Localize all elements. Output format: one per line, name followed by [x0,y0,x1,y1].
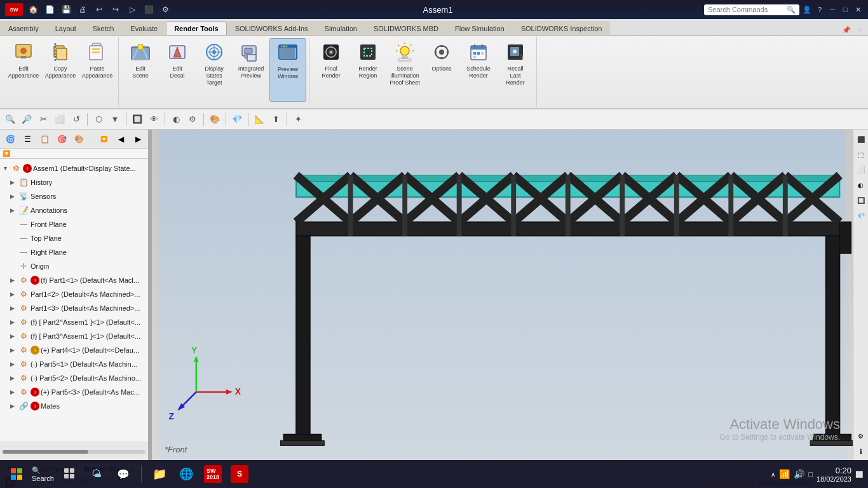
rotate-btn[interactable]: ↺ [69,112,84,127]
view-arrow-btn[interactable]: ▼ [107,112,123,127]
tab-layout[interactable]: Layout [47,21,85,35]
rs-settings-btn[interactable]: ⚙ [854,429,868,443]
collapse-btn[interactable]: ◀ [113,132,128,147]
tree-item-assem1[interactable]: ▼ ⚙ ! Assem1 (Default<Display State... [0,161,148,175]
schedule-render-btn[interactable]: ScheduleRender [460,38,497,102]
expand-arrow[interactable]: ▶ [10,207,18,214]
feature-tree[interactable]: ▼ ⚙ ! Assem1 (Default<Display State... ▶… [0,159,148,442]
edit-decal-btn[interactable]: EditDecal [159,38,196,102]
new-btn[interactable]: 📄 [43,4,56,15]
tree-item-origin[interactable]: ▶ ✛ Origin [0,259,148,273]
rs-display-btn[interactable]: 🔲 [854,193,868,207]
options-btn[interactable]: ⚙ [159,4,172,15]
rs-orientation-btn[interactable]: ⬛ [854,132,868,146]
tree-item-part4-1[interactable]: ▶ ⚙ ! (+) Part4<1> (Default<<Defau... [0,343,148,357]
ribbon-pin-btn[interactable]: 📌 [841,25,851,35]
redo-btn[interactable]: ↪ [109,4,122,15]
tree-item-part1-3[interactable]: ▶ ⚙ Part1<3> (Default<As Machined>... [0,301,148,315]
sidebar-appear-btn[interactable]: 🎨 [71,132,86,147]
paste-appearance-btn[interactable]: PasteAppearance [79,38,116,102]
user-icon[interactable]: 👤 [802,4,812,15]
tab-render-tools[interactable]: Render Tools [166,21,226,35]
task-view-btn[interactable] [58,463,81,485]
display-style-btn[interactable]: 🔲 [130,112,145,127]
tree-item-part5-3[interactable]: ▶ ⚙ ! (+) Part5<3> (Default<As Mac... [0,385,148,399]
expand-btn[interactable]: ▶ [130,132,146,147]
tree-item-part5-1[interactable]: ▶ ⚙ (-) Part5<1> (Default<As Machin... [0,357,148,371]
file-explorer-btn[interactable]: 📁 [148,463,171,485]
expand-arrow[interactable]: ▶ [10,375,18,381]
appearance-btn[interactable]: 🎨 [207,112,222,127]
close-btn[interactable]: ✕ [853,4,863,15]
expand-arrow[interactable]: ▶ [10,361,18,367]
expand-arrow[interactable]: ▶ [10,305,18,311]
tree-item-part2-assem1[interactable]: ▶ ⚙ (f) [ Part2^Assem1 ]<1> (Default<... [0,315,148,329]
tree-item-sensors[interactable]: ▶ 📡 Sensors [0,189,148,203]
tray-up-btn[interactable]: ∧ [771,471,775,478]
ribbon-minimize-btn[interactable]: ─ [829,25,839,35]
tree-item-annotations[interactable]: ▶ 📝 Annotations [0,203,148,217]
render-region-btn[interactable]: RenderRegion [349,38,386,102]
tree-item-history[interactable]: ▶ 📋 History [0,175,148,189]
volume-icon[interactable]: 🔊 [794,469,804,479]
expand-arrow[interactable]: ▼ [3,165,10,172]
preview-window-btn[interactable]: PreviewWindow [269,38,306,102]
expand-arrow[interactable]: ▶ [10,389,18,395]
rs-info-btn[interactable]: ℹ [854,444,868,458]
tab-assembly[interactable]: Assembly [0,21,47,35]
minimize-btn[interactable]: ─ [827,4,837,15]
save-btn[interactable]: 💾 [60,4,72,15]
tree-item-part5-2[interactable]: ▶ ⚙ (-) Part5<2> (Default<As Machino... [0,371,148,385]
tab-evaluate[interactable]: Evaluate [122,21,166,35]
integrated-preview-btn[interactable]: IntegratedPreview [233,38,269,102]
display-states-target-btn[interactable]: DisplayStatesTarget [196,38,233,102]
undo-btn[interactable]: ↩ [93,4,105,15]
expand-arrow[interactable]: ▶ [10,193,18,200]
rs-section-btn[interactable]: ◐ [854,178,868,192]
rs-render-btn[interactable]: 💎 [854,208,868,222]
sidebar-dimbxpert-btn[interactable]: 🎯 [54,132,69,147]
clock[interactable]: 0:20 18/02/2023 [817,466,851,483]
edge-btn[interactable]: 🌐 [175,463,198,485]
tree-item-front-plane[interactable]: ▶ — Front Plane [0,217,148,231]
view-settings-btn[interactable]: ⚙ [185,112,200,127]
search-input[interactable] [708,6,784,13]
print-btn[interactable]: 🖨 [76,4,89,15]
search-taskbar-btn[interactable]: 🔍 Search [32,463,55,485]
sidebar-config-btn[interactable]: 📋 [37,132,52,147]
zoom-in-btn[interactable]: 🔍 [3,112,18,127]
home-btn[interactable]: 🏠 [27,4,39,15]
tree-item-mates[interactable]: ▶ 🔗 ! Mates [0,399,148,413]
expand-arrow[interactable]: ▶ [10,333,18,339]
tab-inspection[interactable]: SOLIDWORKS Inspection [513,21,611,35]
scroll-bar[interactable] [3,450,146,454]
expand-arrow[interactable]: ▶ [10,347,18,353]
section-view-btn[interactable]: ◐ [168,112,184,127]
tab-addins[interactable]: SOLIDWORKS Add-Ins [227,21,316,35]
expand-arrow[interactable]: ▶ [10,277,18,283]
measure-btn[interactable]: 📐 [252,112,267,127]
zoom-out-btn[interactable]: 🔎 [19,112,34,127]
cursor-btn[interactable]: ▷ [126,4,139,15]
search-box[interactable]: 🔍 [704,4,799,15]
sidebar-feature-btn[interactable]: 🌀 [3,132,18,147]
tab-simulation[interactable]: Simulation [316,21,365,35]
magicmove-btn[interactable]: ⬆ [268,112,283,127]
expand-arrow[interactable]: ▶ [10,403,18,409]
edit-scene-btn[interactable]: EditScene [122,38,159,102]
tree-item-part1-2[interactable]: ▶ ⚙ Part1<2> (Default<As Machined>... [0,287,148,301]
recall-last-render-btn[interactable]: RecallLastRender [497,38,534,102]
wifi-icon[interactable]: 📶 [779,469,790,479]
sidebar-property-btn[interactable]: ☰ [20,132,35,147]
edit-appearance-btn[interactable]: EditAppearance [5,38,42,102]
rebuild-btn[interactable]: ⬛ [142,4,155,15]
copy-appearance-btn[interactable]: CopyAppearance [42,38,79,102]
tab-sketch[interactable]: Sketch [85,21,123,35]
tree-item-right-plane[interactable]: ▶ — Right Plane [0,245,148,259]
tree-item-top-plane[interactable]: ▶ — Top Plane [0,231,148,245]
expand-arrow[interactable]: ▶ [10,291,18,297]
notification-btn[interactable]: ⬜ [855,471,863,478]
ribbon-close-btn[interactable]: ✕ [854,25,864,35]
start-button[interactable] [5,463,28,485]
tab-mbd[interactable]: SOLIDWORKS MBD [365,21,447,35]
